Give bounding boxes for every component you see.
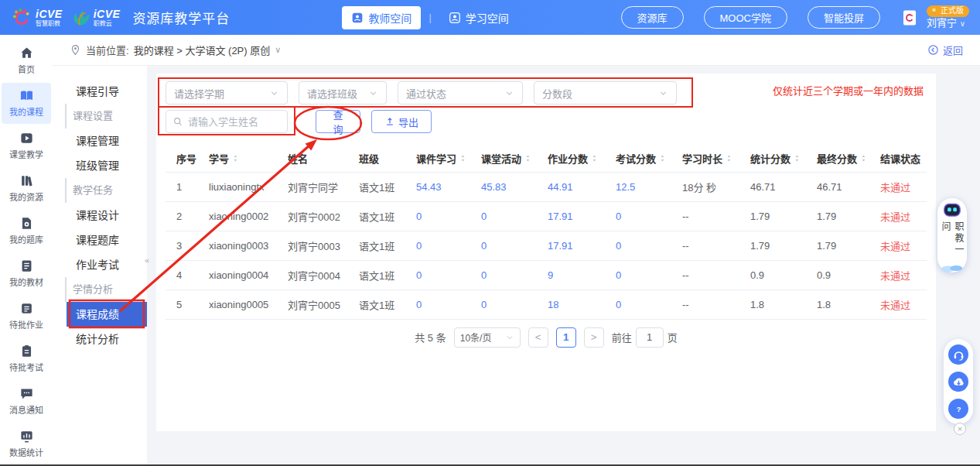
menu-item-统计分析[interactable]: 统计分析: [53, 327, 147, 351]
cell-课堂活动[interactable]: 0: [478, 201, 545, 231]
filter-dropdown-请选择学期[interactable]: 请选择学期: [166, 81, 288, 105]
tab-learning-space[interactable]: 学习空间: [439, 6, 518, 29]
header-link-智能投屏[interactable]: 智能投屏: [808, 6, 880, 29]
cell-结课状态: 未通过: [877, 260, 927, 290]
robot-icon: [941, 200, 964, 220]
cell-课件学习[interactable]: 0: [413, 201, 478, 231]
sort-icon: [658, 154, 667, 163]
back-button[interactable]: 返回: [927, 43, 963, 57]
search-button[interactable]: 查询: [316, 110, 360, 133]
cell-课堂活动[interactable]: 0: [478, 260, 545, 290]
cell-课件学习[interactable]: 0: [413, 290, 478, 319]
icve-doc-icon[interactable]: [900, 9, 919, 27]
cell-课件学习[interactable]: 0: [413, 231, 478, 260]
column-header-课件学习[interactable]: 课件学习: [413, 146, 478, 172]
close-widget-button[interactable]: ×: [954, 423, 966, 435]
breadcrumb: 当前位置: 我的课程 > 大学语文 (2P) 原创 ∨ 返回: [53, 35, 980, 66]
menu-item-课程引导[interactable]: 课程引导: [53, 79, 147, 104]
cell-考试分数[interactable]: 0: [613, 201, 679, 231]
cell-考试分数[interactable]: 0: [613, 290, 679, 319]
status-badge: 正式版: [927, 5, 969, 17]
tab-teacher-space[interactable]: 教师空间: [342, 6, 421, 29]
cell-统计分数: 1.79: [747, 231, 814, 260]
menu-item-课程题库[interactable]: 课程题库: [53, 228, 147, 252]
column-header-学号[interactable]: 学号: [206, 146, 285, 172]
sort-icon: [524, 154, 532, 163]
cell-考试分数[interactable]: 0: [613, 231, 679, 260]
breadcrumb-path: 我的课程 > 大学语文 (2P) 原创: [134, 43, 271, 57]
support-button[interactable]: [948, 344, 968, 365]
sidebar-item-数据统计[interactable]: 数据统计: [2, 423, 51, 464]
course-switch-chevron-icon[interactable]: ∨: [275, 45, 281, 55]
filter-dropdown-请选择班级[interactable]: 请选择班级: [299, 81, 387, 105]
logo2-title: iCVE: [94, 9, 121, 19]
cell-作业分数[interactable]: 17.91: [545, 231, 613, 260]
column-header-作业分数[interactable]: 作业分数: [545, 146, 613, 172]
column-header-最终分数[interactable]: 最终分数: [814, 146, 877, 172]
floating-toolbar: ?: [944, 339, 973, 424]
cloud-download-icon: [952, 375, 965, 389]
download-button[interactable]: [948, 372, 968, 392]
ai-assistant-widget[interactable]: 职教一问: [937, 198, 967, 272]
menu-item-班级管理[interactable]: 班级管理: [53, 153, 147, 178]
export-button[interactable]: 导出: [371, 110, 432, 133]
filter-dropdown-通过状态[interactable]: 通过状态: [398, 81, 523, 105]
cell-考试分数[interactable]: 0: [613, 260, 679, 290]
prev-page-button[interactable]: <: [528, 327, 548, 348]
student-name-input[interactable]: [188, 116, 281, 128]
cell-课件学习[interactable]: 54.43: [413, 172, 478, 201]
sidebar-item-课堂教学[interactable]: 课堂教学: [2, 125, 51, 166]
sidebar-item-我的资源[interactable]: 我的资源: [2, 168, 51, 209]
user-menu[interactable]: 刘宵宁 ∨: [927, 17, 965, 29]
sidebar-item-待批作业[interactable]: 待批作业: [2, 296, 51, 337]
header-link-MOOC学院[interactable]: MOOC学院: [704, 6, 787, 29]
cell-考试分数[interactable]: 12.5: [613, 172, 679, 201]
header-link-资源库[interactable]: 资源库: [621, 6, 684, 29]
cell-作业分数[interactable]: 44.91: [545, 172, 613, 201]
cell-作业分数[interactable]: 18: [545, 290, 613, 319]
sidebar-item-消息通知[interactable]: 消息通知: [2, 381, 51, 422]
messages-icon: [19, 386, 34, 401]
sidebar-item-我的题库[interactable]: 我的题库: [2, 211, 51, 252]
cell-学习时长: --: [679, 231, 747, 260]
column-header-学习时长[interactable]: 学习时长: [679, 146, 747, 172]
cell-学号: xiaoning0003: [206, 231, 285, 260]
column-label: 班级: [359, 151, 379, 166]
cell-课堂活动[interactable]: 0: [478, 290, 545, 319]
grades-card: 请选择学期请选择班级通过状态分数段 查询: [156, 74, 936, 431]
menu-item-课程设计[interactable]: 课程设计: [53, 203, 147, 228]
column-header-考试分数[interactable]: 考试分数: [613, 146, 679, 172]
logo2-subtitle: 职教云: [94, 21, 121, 27]
menu-item-课程成绩[interactable]: 课程成绩: [67, 302, 147, 327]
menu-item-课程管理[interactable]: 课程管理: [53, 128, 147, 153]
cell-课件学习[interactable]: 0: [413, 260, 478, 290]
sidebar-item-首页[interactable]: 首页: [2, 40, 51, 81]
cell-作业分数[interactable]: 17.91: [545, 201, 613, 231]
cell-课堂活动[interactable]: 0: [478, 231, 545, 260]
page-size-select[interactable]: 10条/页: [454, 327, 521, 348]
cell-序号: 4: [166, 260, 206, 290]
sidebar-item-label: 数据统计: [9, 446, 43, 458]
current-page-button[interactable]: 1: [556, 327, 576, 348]
cell-课堂活动[interactable]: 45.83: [478, 172, 545, 201]
question-mark-icon: ?: [952, 403, 965, 416]
sidebar-item-我的课程[interactable]: 我的课程: [2, 83, 51, 124]
logo1-subtitle: 智慧职教: [36, 21, 63, 27]
filter-dropdown-分数段[interactable]: 分数段: [534, 81, 677, 105]
sidebar-item-我的教材[interactable]: 我的教材: [2, 253, 51, 294]
column-label: 最终分数: [817, 151, 857, 166]
sort-icon: [793, 154, 801, 163]
cell-学号: xiaoning0004: [206, 260, 285, 290]
sidebar-item-待批考试[interactable]: 待批考试: [2, 338, 51, 379]
column-header-课堂活动[interactable]: 课堂活动: [478, 146, 545, 172]
column-header-统计分数[interactable]: 统计分数: [747, 146, 814, 172]
goto-page-input[interactable]: [636, 327, 664, 348]
cell-序号: 5: [166, 290, 206, 319]
cell-统计分数: 46.71: [747, 172, 814, 201]
cell-作业分数[interactable]: 9: [545, 260, 613, 290]
cell-学习时长: --: [679, 260, 747, 290]
next-page-button[interactable]: >: [584, 327, 604, 348]
menu-item-作业考试[interactable]: 作业考试: [53, 252, 147, 277]
help-button[interactable]: ?: [948, 399, 968, 419]
cell-姓名: 刘宵宁0004: [285, 260, 356, 290]
